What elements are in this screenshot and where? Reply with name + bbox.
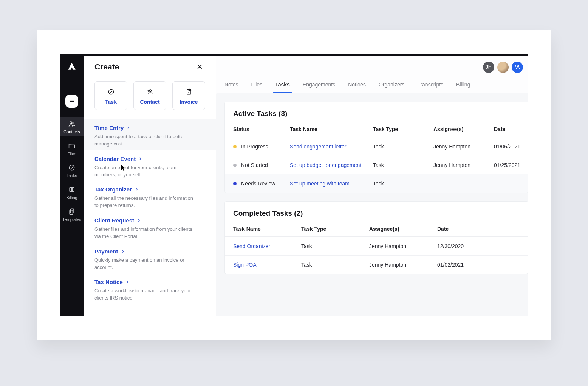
table-row[interactable]: Not Started Set up budget for engagement… [225, 156, 528, 174]
chevron-right-icon [121, 250, 125, 253]
create-item-desc: Quickly make a payment on an invoice or … [94, 257, 197, 271]
svg-point-1 [70, 122, 72, 124]
sidebar-item-label: Billing [66, 195, 77, 200]
tile-label: Invoice [179, 99, 198, 105]
create-item-title: Calendar Event [94, 156, 136, 162]
check-circle-icon [68, 164, 76, 172]
tab-organizers[interactable]: Organizers [379, 77, 404, 93]
sidebar-item-contacts[interactable]: Contacts [60, 117, 84, 136]
tab-notices[interactable]: Notices [348, 77, 366, 93]
create-item-title: Client Request [94, 217, 134, 224]
status-text: In Progress [241, 144, 268, 150]
table-row[interactable]: Sign POA Task Jenny Hampton 01/02/2021 [225, 255, 528, 274]
avatar-photo[interactable] [497, 62, 509, 73]
create-panel: Create ✕ Task [84, 56, 216, 316]
sidebar-item-label: Files [67, 151, 76, 156]
create-item-desc: Gather files and information from your c… [94, 226, 197, 240]
col-task-type: Task Type [301, 226, 369, 232]
create-item-desc: Gather all the necessary files and infor… [94, 195, 197, 209]
sidebar-item-label: Templates [62, 217, 81, 222]
tab-billing[interactable]: Billing [456, 77, 470, 93]
create-item-title: Time Entry [94, 125, 124, 131]
tab-tasks[interactable]: Tasks [275, 77, 290, 93]
tab-notes[interactable]: Notes [224, 77, 238, 93]
create-item-tax-notice[interactable]: Tax Notice Create a workflow to manage a… [94, 273, 205, 304]
tile-contact[interactable]: Contact [133, 81, 166, 110]
task-assignee: Jenny Hampton [369, 262, 437, 268]
status-text: Needs Review [241, 181, 275, 187]
main-area: JH Notes Files Tasks Engagements Notices… [216, 56, 528, 316]
completed-tasks-title: Completed Tasks (2) [225, 202, 528, 222]
tab-transcripts[interactable]: Transcripts [417, 77, 443, 93]
active-tasks-header: Status Task Name Task Type Assignee(s) D… [225, 122, 528, 137]
tab-engagements[interactable]: Engagements [303, 77, 335, 93]
tile-invoice[interactable]: Invoice [172, 81, 205, 110]
status-text: Not Started [241, 162, 268, 168]
create-item-title: Tax Notice [94, 279, 123, 285]
svg-point-9 [149, 90, 151, 91]
col-task-type: Task Type [373, 126, 433, 132]
create-item-calendar-event[interactable]: Calendar Event Create an event for your … [94, 150, 205, 181]
table-row[interactable]: Send Organizer Task Jenny Hampton 12/30/… [225, 237, 528, 255]
task-assignee: Jenny Hampton [433, 144, 494, 150]
sidebar-item-billing[interactable]: $ Billing [60, 182, 84, 202]
create-item-title: Tax Organizer [94, 186, 132, 193]
close-button[interactable]: ✕ [194, 61, 205, 73]
task-type: Task [301, 262, 369, 268]
folder-icon [68, 142, 76, 150]
templates-icon [68, 207, 76, 216]
sidebar-item-files[interactable]: Files [60, 139, 84, 158]
status-dot [233, 164, 237, 167]
svg-text:$: $ [71, 188, 73, 191]
chevron-right-icon [137, 219, 141, 222]
chevron-right-icon [135, 188, 138, 191]
col-assignee: Assignee(s) [433, 126, 494, 132]
app-logo-icon [65, 59, 79, 74]
invoice-icon [185, 88, 193, 96]
tab-files[interactable]: Files [251, 77, 263, 93]
status-dot [233, 145, 237, 148]
active-tasks-title: Active Tasks (3) [225, 102, 528, 122]
active-tasks-card: Active Tasks (3) Status Task Name Task T… [224, 102, 528, 193]
add-member-button[interactable] [512, 62, 523, 73]
tile-task[interactable]: Task [94, 81, 127, 110]
check-circle-icon [107, 88, 115, 96]
table-row[interactable]: Needs Review Set up meeting with team Ta… [225, 174, 528, 193]
col-date: Date [437, 226, 520, 232]
completed-tasks-header: Task Name Task Type Assignee(s) Date [225, 222, 528, 237]
col-status: Status [233, 126, 290, 132]
svg-point-2 [73, 122, 74, 124]
task-assignee: Jenny Hampton [369, 243, 437, 249]
svg-point-3 [69, 165, 74, 170]
create-item-payment[interactable]: Payment Quickly make a payment on an inv… [94, 242, 205, 273]
task-name-link[interactable]: Set up meeting with team [290, 181, 373, 187]
task-date: 01/02/2021 [437, 262, 520, 268]
close-icon: ✕ [197, 63, 203, 71]
create-title: Create [94, 62, 119, 71]
task-type: Task [373, 144, 433, 150]
add-person-icon [146, 88, 154, 96]
task-name-link[interactable]: Set up budget for engagement [290, 162, 373, 168]
create-item-desc: Add time spent to a task or client to be… [94, 133, 197, 148]
task-name-link[interactable]: Send Organizer [233, 243, 301, 249]
sidebar-item-templates[interactable]: Templates [60, 204, 84, 224]
col-task-name: Task Name [290, 126, 373, 132]
table-row[interactable]: In Progress Send engagement letter Task … [225, 137, 528, 156]
contacts-icon [68, 120, 76, 128]
content: Active Tasks (3) Status Task Name Task T… [216, 93, 528, 316]
task-name-link[interactable]: Send engagement letter [290, 144, 373, 150]
create-item-client-request[interactable]: Client Request Gather files and informat… [94, 212, 205, 242]
create-button[interactable] [65, 95, 78, 108]
task-name-link[interactable]: Sign POA [233, 262, 301, 268]
sidebar-item-tasks[interactable]: Tasks [60, 161, 84, 180]
tile-label: Task [105, 99, 117, 105]
sidebar-item-label: Tasks [67, 173, 77, 178]
col-assignee: Assignee(s) [369, 226, 437, 232]
app-window: Contacts Files Tasks $ [60, 54, 528, 316]
avatar-initials[interactable]: JH [483, 62, 494, 73]
create-item-time-entry[interactable]: Time Entry Add time spent to a task or c… [84, 119, 216, 150]
create-item-desc: Create a workflow to manage and track yo… [94, 287, 197, 302]
dollar-icon: $ [68, 185, 76, 194]
col-date: Date [494, 126, 520, 132]
create-item-tax-organizer[interactable]: Tax Organizer Gather all the necessary f… [94, 181, 205, 212]
